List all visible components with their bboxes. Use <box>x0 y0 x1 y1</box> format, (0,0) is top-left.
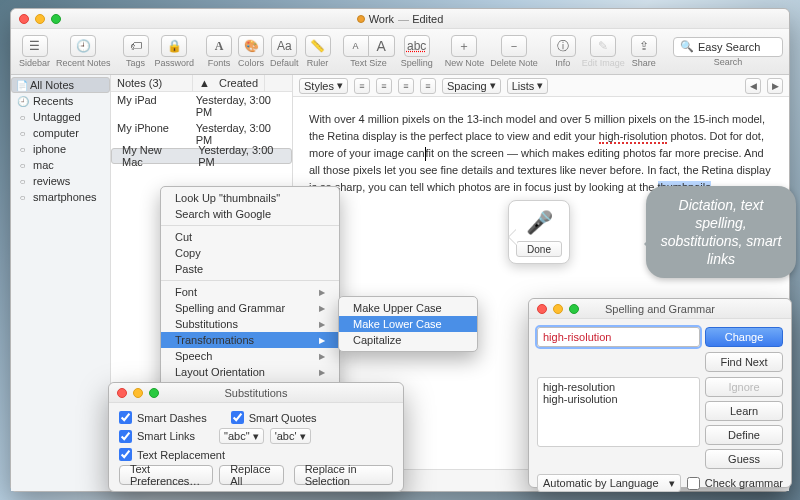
ctx-layout[interactable]: Layout Orientation <box>161 364 339 380</box>
suggestion-item[interactable]: high-resolution <box>543 381 694 393</box>
text-size-group: AA <box>343 35 395 57</box>
styles-select[interactable]: Styles▾ <box>299 78 348 94</box>
text-smaller-button[interactable]: A <box>343 35 369 57</box>
search-input[interactable]: 🔍Easy Search <box>673 37 783 57</box>
sidebar-item-smartphones[interactable]: ○smartphones <box>11 189 110 205</box>
double-quote-select[interactable]: "abc"▾ <box>219 428 264 444</box>
password-button[interactable]: 🔒 <box>161 35 187 57</box>
spelling-button[interactable]: abc <box>404 35 430 57</box>
text-preferences-button[interactable]: Text Preferences… <box>119 465 213 485</box>
ctx-capitalize[interactable]: Capitalize <box>339 332 477 348</box>
sidebar-item-recents[interactable]: 🕘Recents <box>11 93 110 109</box>
outdent-button[interactable]: ◀ <box>745 78 761 94</box>
note-row[interactable]: My iPadYesterday, 3:00 PM <box>111 92 292 120</box>
close-icon[interactable] <box>117 388 127 398</box>
single-quote-select[interactable]: 'abc'▾ <box>270 428 311 444</box>
recent-notes-button[interactable]: 🕘 <box>70 35 96 57</box>
smart-quotes-checkbox[interactable]: Smart Quotes <box>231 411 317 424</box>
tag-icon: ○ <box>17 160 28 171</box>
change-button[interactable]: Change <box>705 327 783 347</box>
ctx-copy[interactable]: Copy <box>161 245 339 261</box>
tags-button[interactable]: 🏷 <box>123 35 149 57</box>
info-button[interactable]: ⓘ <box>550 35 576 57</box>
fonts-button[interactable]: A <box>206 35 232 57</box>
spelling-word-input[interactable] <box>537 327 700 347</box>
smart-dashes-checkbox[interactable]: Smart Dashes <box>119 411 207 424</box>
new-note-button[interactable]: ＋ <box>451 35 477 57</box>
ctx-lower[interactable]: Make Lower Case <box>339 316 477 332</box>
clock-icon: 🕘 <box>17 96 28 107</box>
close-icon[interactable] <box>19 14 29 24</box>
sidebar-item-iphone[interactable]: ○iphone <box>11 141 110 157</box>
align-left-button[interactable]: ≡ <box>354 78 370 94</box>
ctx-speech[interactable]: Speech <box>161 348 339 364</box>
text-larger-button[interactable]: A <box>369 35 395 57</box>
tag-icon: ○ <box>17 192 28 203</box>
ctx-google[interactable]: Search with Google <box>161 206 339 222</box>
align-justify-button[interactable]: ≡ <box>420 78 436 94</box>
spacing-select[interactable]: Spacing▾ <box>442 78 501 94</box>
guess-button[interactable]: Guess <box>705 449 783 469</box>
ctx-substitutions[interactable]: Substitutions <box>161 316 339 332</box>
smart-links-checkbox[interactable]: Smart Links <box>119 428 195 444</box>
ctx-upper[interactable]: Make Upper Case <box>339 300 477 316</box>
ctx-paste[interactable]: Paste <box>161 261 339 277</box>
dictation-popover: 🎤 Done <box>508 200 570 264</box>
ctx-font[interactable]: Font <box>161 284 339 300</box>
learn-button[interactable]: Learn <box>705 401 783 421</box>
suggestions-list[interactable]: high-resolution high-urisolution <box>537 377 700 447</box>
toolbar: ☰Sidebar 🕘Recent Notes 🏷Tags 🔒Password A… <box>11 29 789 75</box>
sidebar-item-untagged[interactable]: ○Untagged <box>11 109 110 125</box>
ignore-button[interactable]: Ignore <box>705 377 783 397</box>
microphone-icon: 🎤 <box>525 209 553 237</box>
suggestion-item[interactable]: high-urisolution <box>543 393 694 405</box>
zoom-icon[interactable] <box>149 388 159 398</box>
notes-icon: 📄 <box>16 80 27 91</box>
zoom-icon[interactable] <box>569 304 579 314</box>
colors-button[interactable]: 🎨 <box>238 35 264 57</box>
spelling-error[interactable]: high-risolution <box>599 130 667 144</box>
sidebar-item-reviews[interactable]: ○reviews <box>11 173 110 189</box>
align-center-button[interactable]: ≡ <box>376 78 392 94</box>
sidebar-button[interactable]: ☰ <box>22 35 48 57</box>
search-icon: 🔍 <box>680 40 694 53</box>
find-next-button[interactable]: Find Next <box>705 352 783 372</box>
lists-select[interactable]: Lists▾ <box>507 78 549 94</box>
ctx-transformations[interactable]: Transformations <box>161 332 339 348</box>
replace-in-selection-button[interactable]: Replace in Selection <box>294 465 393 485</box>
context-submenu: Make Upper Case Make Lower Case Capitali… <box>338 296 478 352</box>
edit-image-button[interactable]: ✎ <box>590 35 616 57</box>
delete-note-button[interactable]: － <box>501 35 527 57</box>
ruler-button[interactable]: 📏 <box>305 35 331 57</box>
text-replacement-checkbox[interactable]: Text Replacement <box>119 448 225 461</box>
traffic-lights <box>19 14 61 24</box>
minimize-icon[interactable] <box>35 14 45 24</box>
ctx-lookup[interactable]: Look Up "thumbnails" <box>161 190 339 206</box>
replace-all-button[interactable]: Replace All <box>219 465 283 485</box>
note-row[interactable]: My New MacYesterday, 3:00 PM <box>111 148 292 164</box>
check-grammar-checkbox[interactable]: Check grammar <box>687 477 783 490</box>
indent-button[interactable]: ▶ <box>767 78 783 94</box>
zoom-icon[interactable] <box>51 14 61 24</box>
minimize-icon[interactable] <box>133 388 143 398</box>
define-button[interactable]: Define <box>705 425 783 445</box>
share-button[interactable]: ⇪ <box>631 35 657 57</box>
sidebar-item-all-notes[interactable]: 📄All Notes <box>11 77 110 93</box>
spelling-panel: Spelling and Grammar Change Find Next hi… <box>528 298 792 488</box>
minimize-icon[interactable] <box>553 304 563 314</box>
feature-callout: Dictation, text spelling, sobstitutions,… <box>646 186 796 278</box>
tag-icon: ○ <box>17 112 28 123</box>
tag-icon: ○ <box>17 176 28 187</box>
dictation-done-button[interactable]: Done <box>516 241 562 257</box>
ctx-spelling[interactable]: Spelling and Grammar <box>161 300 339 316</box>
note-list-header[interactable]: Notes (3)▲ Created <box>111 75 292 92</box>
language-select[interactable]: Automatic by Language▾ <box>537 474 681 492</box>
default-button[interactable]: Aa <box>271 35 297 57</box>
sidebar-item-computer[interactable]: ○computer <box>11 125 110 141</box>
substitutions-panel: Substitutions Smart Dashes Smart Quotes … <box>108 382 404 492</box>
align-right-button[interactable]: ≡ <box>398 78 414 94</box>
ctx-cut[interactable]: Cut <box>161 229 339 245</box>
titlebar[interactable]: Work — Edited <box>11 9 789 29</box>
sidebar-item-mac[interactable]: ○mac <box>11 157 110 173</box>
close-icon[interactable] <box>537 304 547 314</box>
